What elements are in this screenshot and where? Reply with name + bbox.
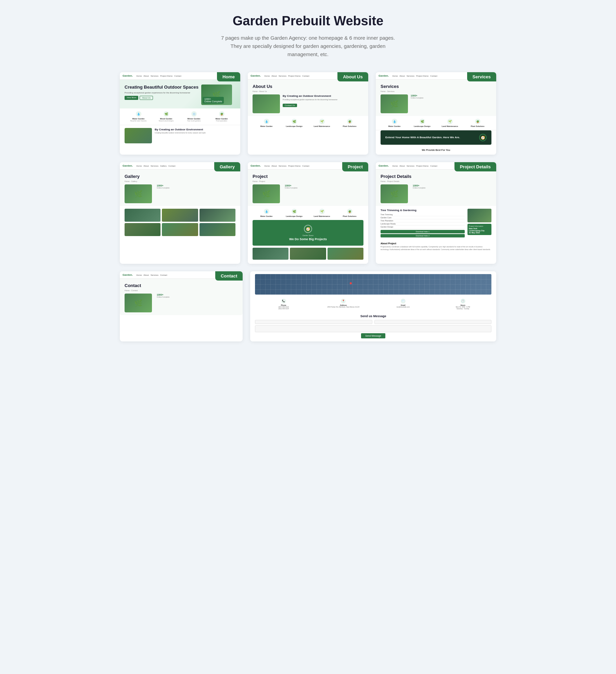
services-browser: Garden. Home About Services Project Demo… — [376, 72, 496, 155]
nav-link-about: About — [143, 75, 149, 77]
about-feature-3-name: Land Maintenance — [308, 125, 336, 127]
gallery-breadcrumb: Home - Gallery — [125, 180, 235, 182]
about-contact-btn[interactable]: Contact Us — [283, 104, 297, 107]
project-features: 💧 Water Garden 🌿 Landscape Design 🌱 Land… — [248, 206, 368, 220]
project-hero-stats: 1000+ Online Complete — [283, 184, 363, 203]
project-thumb-2 — [290, 248, 326, 260]
contact-hours-item: 🕐 Hours Mon-Fri: 8AM - 6 PM Saturday - S… — [434, 299, 491, 310]
about-card[interactable]: About Us Garden. Home About Services Pro… — [248, 72, 368, 155]
project-card[interactable]: Project Garden. Home About Services Proj… — [248, 162, 368, 264]
contact-hero-heading: Contact — [125, 283, 238, 288]
services-banner: Extend Your Home With A Beautiful Garden… — [381, 130, 491, 145]
gallery-brand: Garden. — [123, 164, 133, 167]
about-nav-links: Home About Services Project Demo Contact — [264, 75, 350, 77]
project-banner-heading: We Do Some Big Projects — [257, 237, 359, 241]
project-hero: Project Home - Project 🌿 1000+ Online Co… — [248, 170, 368, 206]
gallery-card[interactable]: Gallery Garden. Home About Services Gall… — [120, 162, 240, 264]
project-details-card[interactable]: Project Details Garden. Home About Servi… — [376, 162, 496, 264]
project-brand: Garden. — [251, 164, 261, 167]
gallery-hero-heading: Gallery — [125, 174, 235, 179]
project-breadcrumb: Home - Project — [253, 180, 363, 182]
services-card[interactable]: Services Garden. Home About Services Pro… — [376, 72, 496, 155]
home-about-btn[interactable]: About Us — [140, 96, 153, 100]
home-feature-4: 🪴 Water Garden Pond specialists — [208, 111, 235, 122]
feature-3-name: Winter Garden — [180, 118, 208, 120]
contact-card[interactable]: Contact Garden. Home About Services Cont… — [120, 271, 243, 341]
project-plant-icon: 🪴 — [347, 209, 352, 214]
nav-link-contact: Contact — [174, 75, 181, 77]
contact-hours-days: Saturday - Sunday — [434, 308, 491, 310]
services-plant-icon: 🌿 — [381, 94, 408, 113]
contact-address-item: 📍 Address 2464 Parker Rd, Allentown, New… — [315, 299, 372, 310]
services-hero: Services Home - Services 🌿 1000+ Online … — [376, 80, 496, 116]
services-banner-heading: Extend Your Home With A Beautiful Garden… — [385, 136, 460, 139]
contact-stats-label: Online Complete — [157, 296, 238, 298]
contact-stats-number: 1000+ — [157, 294, 238, 296]
project-landscape-icon: 🌿 — [292, 209, 297, 214]
services-features: 💧 Water Garden 🌿 Landscape Design 🌱 Land… — [376, 116, 496, 130]
about-water-icon: 💧 — [264, 119, 269, 124]
services-provide: We Provide Best For You — [376, 147, 496, 155]
gallery-img-6 — [200, 223, 235, 236]
contact-hero-content: 🌿 1000+ Online Complete — [125, 294, 238, 312]
projdet-download-1[interactable]: Download Index 1 — [381, 230, 465, 233]
nav-link-project: Project Demo — [160, 75, 172, 77]
home-env-desc: Creating beautiful outdoor environments … — [155, 132, 206, 134]
home-env-text: By Creating an Outdoor Environment Creat… — [155, 128, 206, 143]
projdet-hero: Project Details Home - Project Details 🌿… — [376, 170, 496, 206]
gallery-img-2 — [162, 209, 198, 222]
projdet-about: About Project Progressively coordinate a… — [376, 242, 496, 254]
contact-hero: Contact Home - Contact 🌿 1000+ Online Co… — [120, 279, 243, 315]
home-label: Home — [217, 72, 240, 81]
contact-hero-stats: 1000+ Online Complete — [155, 294, 238, 312]
services-hero-heading: Services — [381, 84, 491, 89]
home-view-more-btn[interactable]: View More — [125, 96, 138, 100]
project-hero-content: 🌿 1000+ Online Complete — [253, 184, 363, 203]
page-header: Garden Prebuilt Website 7 pages make up … — [7, 14, 609, 59]
page-subtitle: 7 pages make up the Garden Agency: one h… — [219, 34, 397, 59]
project-nav-links: Home About Services Project Demo Contact — [264, 165, 350, 167]
contact-message-field[interactable] — [255, 325, 491, 332]
gallery-stats-number: 1000+ — [157, 184, 235, 187]
feature-4-desc: Pond specialists — [208, 120, 235, 122]
contact-location-icon: 📍 — [341, 299, 346, 303]
projdet-info-label: Project Information — [469, 225, 490, 227]
services-hero-stats: 1000+ Online Complete — [411, 94, 491, 113]
services-plant-solutions-icon: 🪴 — [475, 119, 480, 124]
contact-submit-btn[interactable]: Send Message — [361, 333, 385, 338]
home-card[interactable]: Home Garden. Home About Services Project… — [120, 72, 240, 155]
contact-nav-links: Home About Services Contact — [136, 274, 224, 276]
feature-1-desc: Beautiful water features — [125, 120, 152, 122]
about-feature-2: 🌿 Landscape Design — [280, 119, 308, 127]
about-label: About Us — [337, 72, 368, 81]
contact-info-row: 📞 Phone (307) 555-0133 (302) 555-0134 📍 … — [250, 297, 496, 312]
contact-plant-icon: 🌿 — [125, 294, 152, 312]
home-feature-3: ❄️ Winter Garden Year-round gardens — [180, 111, 208, 122]
projdet-left-col: Tree Trimming & Gardening Tree Trimming … — [381, 209, 465, 238]
projdet-browser: Garden. Home About Services Project Demo… — [376, 162, 496, 254]
projdet-download-btns: Download Index 1 Download Index 2 — [381, 230, 465, 237]
gallery-browser: Garden. Home About Services Gallery Cont… — [120, 162, 240, 240]
contact-map-grid — [255, 274, 491, 295]
services-stats-number: 1000+ — [411, 94, 491, 97]
about-brand: Garden. — [251, 74, 261, 77]
water-garden-icon: 💧 — [136, 111, 141, 117]
bottom-grid: Contact Garden. Home About Services Cont… — [120, 271, 496, 341]
projdet-plant-icon: 🌿 — [381, 184, 408, 203]
projdet-list-4: Landscape Ready — [381, 222, 465, 225]
about-feature-1-name: Water Garden — [253, 125, 280, 127]
project-thumb-3 — [328, 248, 363, 260]
projdet-label: Project Details — [454, 162, 496, 171]
contact-email-field[interactable] — [374, 320, 491, 324]
home-hero-desc: Providing exceptional garden experiences… — [125, 91, 198, 94]
contact-form-card[interactable]: 📞 Phone (307) 555-0133 (302) 555-0134 📍 … — [250, 271, 496, 341]
contact-form-title: Send us Message — [255, 314, 491, 318]
services-hero-image: 🌿 — [381, 94, 408, 113]
projdet-download-2[interactable]: Download Index 2 — [381, 234, 465, 237]
projdet-list-5: Garden Design — [381, 225, 465, 229]
projdet-list-2: Garden Care — [381, 216, 465, 219]
contact-name-field[interactable] — [255, 320, 372, 324]
contact-map — [255, 274, 491, 295]
home-features: 💧 Water Garden Beautiful water features … — [120, 108, 240, 125]
project-banner-icon: 🧭 — [304, 225, 312, 233]
